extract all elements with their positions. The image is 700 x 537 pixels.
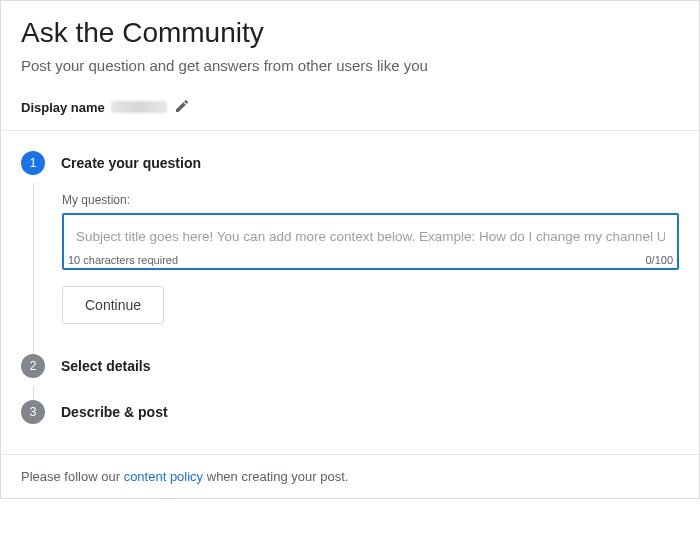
step-3-title: Describe & post (61, 400, 679, 424)
step-2-title: Select details (61, 354, 679, 378)
question-field-label: My question: (62, 193, 679, 207)
edit-display-name-button[interactable] (173, 98, 191, 116)
continue-button[interactable]: Continue (62, 286, 164, 324)
question-char-counter: 0/100 (645, 254, 673, 266)
display-name-label: Display name (21, 100, 105, 115)
pencil-icon (174, 98, 190, 117)
step-1-title: Create your question (61, 151, 679, 175)
footer-post: when creating your post. (203, 469, 348, 484)
display-name-value (111, 101, 167, 113)
question-input-container: 10 characters required 0/100 (62, 213, 679, 270)
page-subtitle: Post your question and get answers from … (21, 57, 679, 74)
step-2-badge: 2 (21, 354, 45, 378)
step-1-badge: 1 (21, 151, 45, 175)
content-policy-link[interactable]: content policy (124, 469, 204, 484)
page-title: Ask the Community (21, 17, 679, 49)
footer-pre: Please follow our (21, 469, 124, 484)
question-min-hint: 10 characters required (68, 254, 178, 266)
footer-note: Please follow our content policy when cr… (1, 454, 699, 498)
question-input[interactable] (64, 215, 677, 254)
step-3-badge: 3 (21, 400, 45, 424)
